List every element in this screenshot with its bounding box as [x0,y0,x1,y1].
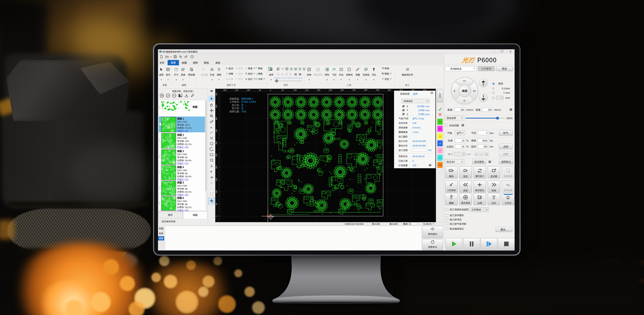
svg-text:高速: 高速 [462,89,467,93]
svg-text:?: ? [192,55,193,58]
svg-text:0: 0 [270,89,271,92]
svg-text:排版:排版 1: 排版:排版 1 [241,97,253,100]
svg-text:500: 500 [215,92,218,96]
svg-text:X+: X+ [473,89,476,93]
svg-text:Y-: Y- [463,99,466,102]
svg-text:250: 250 [329,89,332,92]
svg-text:350: 350 [352,89,356,92]
svg-text:A: A [210,164,213,168]
svg-text:无: 无 [241,103,244,107]
svg-text:无: 无 [241,106,244,110]
svg-text:结束位置:: 结束位置: [230,110,240,113]
svg-text:Y+: Y+ [463,79,466,82]
svg-text:工件原点:: 工件原点: [230,100,240,103]
svg-text:X-: X- [454,89,456,93]
svg-text:加工前:: 加工前: [232,103,240,107]
svg-text:450: 450 [376,89,379,92]
svg-text:150: 150 [215,178,218,181]
svg-text:300: 300 [215,141,218,144]
svg-text:SIM: SIM [449,170,452,172]
svg-text:250: 250 [215,154,218,156]
svg-text:100: 100 [215,190,218,193]
svg-text:0: 0 [215,216,218,216]
svg-text:1: 1 [452,195,453,197]
svg-text:(0.000, 0.000): (0.000, 0.000) [241,100,256,103]
svg-text:150: 150 [305,89,308,92]
svg-text:350: 350 [215,129,218,132]
svg-text:视图类型:: 视图类型: [230,97,240,100]
svg-text:50: 50 [282,89,284,92]
svg-text:100: 100 [294,89,297,92]
svg-text:50: 50 [215,203,218,205]
svg-text:W: W [464,196,466,199]
svg-text:500: 500 [388,89,391,92]
svg-text:1: 1 [203,68,204,71]
svg-text:200: 200 [215,166,218,169]
svg-text:-100: -100 [246,89,250,92]
svg-text:400: 400 [364,89,367,92]
svg-text:400: 400 [215,117,218,120]
svg-text:-150: -150 [234,89,238,92]
svg-text:不动: 不动 [241,110,246,113]
svg-text:1L: 1L [464,169,466,172]
svg-text:200: 200 [317,89,320,92]
svg-text:300: 300 [340,89,344,92]
svg-text:-50: -50 [258,89,261,92]
svg-text:-200: -200 [223,89,226,92]
svg-text:450: 450 [215,104,218,108]
svg-text:加工后:: 加工后: [232,106,240,110]
